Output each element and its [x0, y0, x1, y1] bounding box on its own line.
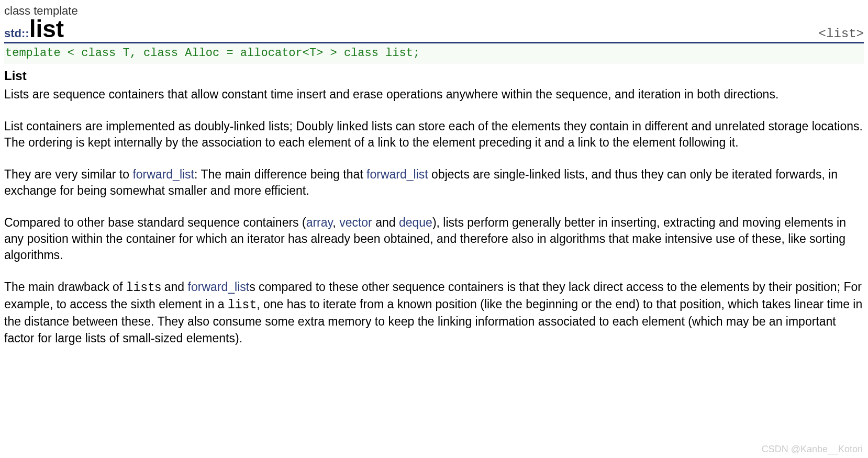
list-mono: list	[228, 298, 257, 312]
header-include: <list>	[819, 27, 864, 41]
class-name: list	[29, 17, 64, 41]
text-fragment: The main drawback of	[4, 280, 126, 294]
paragraph-4: Compared to other base standard sequence…	[4, 215, 864, 263]
namespace-prefix: std::	[4, 27, 29, 40]
forward-list-link[interactable]: forward_list	[366, 167, 428, 181]
paragraph-5: The main drawback of lists and forward_l…	[4, 279, 864, 346]
list-mono: list	[126, 281, 155, 295]
paragraph-2: List containers are implemented as doubl…	[4, 118, 864, 151]
template-declaration: template < class T, class Alloc = alloca…	[4, 43, 864, 63]
deque-link[interactable]: deque	[399, 216, 432, 229]
text-fragment: Compared to other base standard sequence…	[4, 216, 306, 229]
forward-list-link[interactable]: forward_list	[132, 167, 194, 181]
text-fragment: ,	[332, 216, 339, 229]
class-template-label: class template	[4, 4, 864, 18]
paragraph-3: They are very similar to forward_list: T…	[4, 166, 864, 199]
text-fragment: s and	[155, 280, 188, 294]
forward-list-link[interactable]: forward_list	[188, 280, 250, 294]
title-row: std::list <list>	[4, 17, 864, 43]
paragraph-1: Lists are sequence containers that allow…	[4, 86, 864, 103]
array-link[interactable]: array	[306, 216, 333, 229]
text-fragment: They are very similar to	[4, 167, 132, 181]
section-title: List	[4, 69, 864, 83]
title-left: std::list	[4, 17, 64, 41]
text-fragment: : The main difference being that	[194, 167, 366, 181]
vector-link[interactable]: vector	[339, 216, 372, 229]
text-fragment: and	[372, 216, 399, 229]
